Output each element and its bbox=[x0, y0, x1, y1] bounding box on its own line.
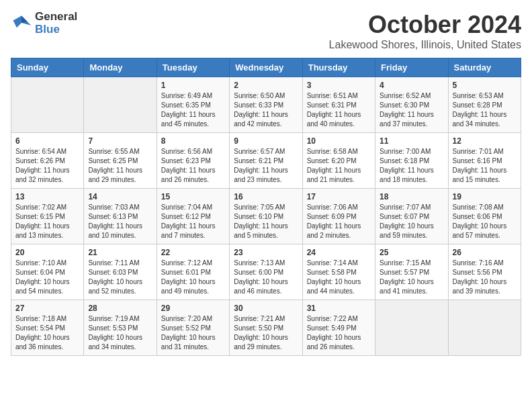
calendar-cell: 28Sunrise: 7:19 AMSunset: 5:53 PMDayligh… bbox=[84, 300, 157, 356]
day-info: Sunrise: 6:49 AMSunset: 6:35 PMDaylight:… bbox=[161, 91, 225, 129]
day-info: Sunrise: 7:12 AMSunset: 6:01 PMDaylight:… bbox=[161, 259, 225, 296]
day-info: Sunrise: 7:00 AMSunset: 6:18 PMDaylight:… bbox=[380, 147, 443, 185]
day-number: 22 bbox=[161, 248, 225, 257]
day-info: Sunrise: 7:13 AMSunset: 6:00 PMDaylight:… bbox=[234, 259, 298, 296]
day-info: Sunrise: 7:07 AMSunset: 6:07 PMDaylight:… bbox=[380, 203, 443, 240]
calendar-cell: 24Sunrise: 7:14 AMSunset: 5:58 PMDayligh… bbox=[302, 244, 375, 300]
header-thursday: Thursday bbox=[302, 58, 375, 77]
day-number: 18 bbox=[380, 192, 443, 201]
day-number: 11 bbox=[380, 136, 443, 146]
header-sunday: Sunday bbox=[11, 58, 84, 77]
header-friday: Friday bbox=[375, 58, 448, 77]
day-info: Sunrise: 7:21 AMSunset: 5:50 PMDaylight:… bbox=[234, 314, 298, 352]
day-number: 21 bbox=[88, 248, 152, 257]
header-monday: Monday bbox=[84, 58, 157, 77]
calendar-cell: 26Sunrise: 7:16 AMSunset: 5:56 PMDayligh… bbox=[448, 244, 521, 300]
day-info: Sunrise: 7:06 AMSunset: 6:09 PMDaylight:… bbox=[307, 203, 371, 240]
day-number: 15 bbox=[161, 192, 225, 201]
day-info: Sunrise: 6:52 AMSunset: 6:30 PMDaylight:… bbox=[380, 91, 443, 129]
day-number: 7 bbox=[88, 136, 152, 146]
day-number: 30 bbox=[234, 304, 298, 313]
calendar-cell: 19Sunrise: 7:08 AMSunset: 6:06 PMDayligh… bbox=[448, 189, 521, 244]
day-info: Sunrise: 7:18 AMSunset: 5:54 PMDaylight:… bbox=[15, 314, 79, 352]
day-info: Sunrise: 6:50 AMSunset: 6:33 PMDaylight:… bbox=[234, 91, 298, 129]
title-block: October 2024 Lakewood Shores, Illinois, … bbox=[329, 11, 521, 51]
calendar-cell: 8Sunrise: 6:56 AMSunset: 6:23 PMDaylight… bbox=[157, 133, 229, 189]
calendar-cell: 7Sunrise: 6:55 AMSunset: 6:25 PMDaylight… bbox=[84, 133, 157, 189]
day-number: 8 bbox=[161, 136, 225, 146]
day-number: 25 bbox=[380, 248, 443, 257]
day-info: Sunrise: 7:22 AMSunset: 5:49 PMDaylight:… bbox=[307, 314, 371, 352]
calendar-cell: 13Sunrise: 7:02 AMSunset: 6:15 PMDayligh… bbox=[11, 189, 84, 244]
day-info: Sunrise: 6:58 AMSunset: 6:20 PMDaylight:… bbox=[307, 147, 371, 185]
day-number: 3 bbox=[307, 81, 371, 90]
day-info: Sunrise: 7:15 AMSunset: 5:57 PMDaylight:… bbox=[380, 259, 443, 296]
day-number: 12 bbox=[453, 136, 517, 146]
month-title: October 2024 bbox=[329, 11, 521, 39]
page-header: General Blue October 2024 Lakewood Shore… bbox=[11, 11, 521, 51]
calendar-cell: 25Sunrise: 7:15 AMSunset: 5:57 PMDayligh… bbox=[375, 244, 448, 300]
day-number: 6 bbox=[15, 136, 79, 146]
day-info: Sunrise: 6:51 AMSunset: 6:31 PMDaylight:… bbox=[307, 91, 371, 129]
calendar-cell: 14Sunrise: 7:03 AMSunset: 6:13 PMDayligh… bbox=[84, 189, 157, 244]
calendar-cell: 15Sunrise: 7:04 AMSunset: 6:12 PMDayligh… bbox=[157, 189, 229, 244]
calendar-cell: 2Sunrise: 6:50 AMSunset: 6:33 PMDaylight… bbox=[230, 77, 302, 133]
day-number: 5 bbox=[453, 81, 517, 90]
calendar-cell: 12Sunrise: 7:01 AMSunset: 6:16 PMDayligh… bbox=[448, 133, 521, 189]
day-number: 10 bbox=[307, 136, 371, 146]
day-info: Sunrise: 7:14 AMSunset: 5:58 PMDaylight:… bbox=[307, 259, 371, 296]
day-info: Sunrise: 7:11 AMSunset: 6:03 PMDaylight:… bbox=[88, 259, 152, 296]
calendar-header: SundayMondayTuesdayWednesdayThursdayFrid… bbox=[11, 58, 521, 77]
day-number: 4 bbox=[380, 81, 443, 90]
day-info: Sunrise: 6:56 AMSunset: 6:23 PMDaylight:… bbox=[161, 147, 225, 185]
day-number: 14 bbox=[88, 192, 152, 201]
calendar-cell bbox=[448, 300, 521, 356]
calendar-cell: 18Sunrise: 7:07 AMSunset: 6:07 PMDayligh… bbox=[375, 189, 448, 244]
calendar-cell: 30Sunrise: 7:21 AMSunset: 5:50 PMDayligh… bbox=[230, 300, 302, 356]
day-info: Sunrise: 7:04 AMSunset: 6:12 PMDaylight:… bbox=[161, 203, 225, 240]
day-number: 20 bbox=[15, 248, 79, 257]
logo-icon bbox=[11, 14, 32, 33]
calendar-cell: 9Sunrise: 6:57 AMSunset: 6:21 PMDaylight… bbox=[230, 133, 302, 189]
calendar-cell bbox=[11, 77, 84, 133]
calendar-cell: 3Sunrise: 6:51 AMSunset: 6:31 PMDaylight… bbox=[302, 77, 375, 133]
logo-line2: Blue bbox=[35, 24, 77, 36]
calendar-cell: 21Sunrise: 7:11 AMSunset: 6:03 PMDayligh… bbox=[84, 244, 157, 300]
day-number: 24 bbox=[307, 248, 371, 257]
day-number: 17 bbox=[307, 192, 371, 201]
header-tuesday: Tuesday bbox=[157, 58, 229, 77]
day-info: Sunrise: 7:02 AMSunset: 6:15 PMDaylight:… bbox=[15, 203, 79, 240]
header-saturday: Saturday bbox=[448, 58, 521, 77]
calendar-cell bbox=[375, 300, 448, 356]
calendar-cell: 11Sunrise: 7:00 AMSunset: 6:18 PMDayligh… bbox=[375, 133, 448, 189]
calendar-cell bbox=[84, 77, 157, 133]
calendar-cell: 27Sunrise: 7:18 AMSunset: 5:54 PMDayligh… bbox=[11, 300, 84, 356]
logo: General Blue bbox=[11, 11, 77, 36]
location-title: Lakewood Shores, Illinois, United States bbox=[329, 39, 521, 51]
day-info: Sunrise: 7:05 AMSunset: 6:10 PMDaylight:… bbox=[234, 203, 298, 240]
day-info: Sunrise: 6:54 AMSunset: 6:26 PMDaylight:… bbox=[15, 147, 79, 185]
day-number: 9 bbox=[234, 136, 298, 146]
day-info: Sunrise: 6:55 AMSunset: 6:25 PMDaylight:… bbox=[88, 147, 152, 185]
day-info: Sunrise: 6:57 AMSunset: 6:21 PMDaylight:… bbox=[234, 147, 298, 185]
logo-line1: General bbox=[35, 11, 77, 24]
day-info: Sunrise: 7:01 AMSunset: 6:16 PMDaylight:… bbox=[453, 147, 517, 185]
day-number: 23 bbox=[234, 248, 298, 257]
header-wednesday: Wednesday bbox=[230, 58, 302, 77]
day-number: 1 bbox=[161, 81, 225, 90]
calendar-cell: 31Sunrise: 7:22 AMSunset: 5:49 PMDayligh… bbox=[302, 300, 375, 356]
day-info: Sunrise: 7:16 AMSunset: 5:56 PMDaylight:… bbox=[453, 259, 517, 296]
calendar-cell: 1Sunrise: 6:49 AMSunset: 6:35 PMDaylight… bbox=[157, 77, 229, 133]
day-number: 19 bbox=[453, 192, 517, 201]
calendar-cell: 20Sunrise: 7:10 AMSunset: 6:04 PMDayligh… bbox=[11, 244, 84, 300]
day-number: 29 bbox=[161, 304, 225, 313]
calendar-cell: 4Sunrise: 6:52 AMSunset: 6:30 PMDaylight… bbox=[375, 77, 448, 133]
calendar-cell: 23Sunrise: 7:13 AMSunset: 6:00 PMDayligh… bbox=[230, 244, 302, 300]
svg-marker-1 bbox=[21, 15, 28, 23]
day-number: 2 bbox=[234, 81, 298, 90]
day-info: Sunrise: 7:19 AMSunset: 5:53 PMDaylight:… bbox=[88, 314, 152, 352]
calendar-cell: 10Sunrise: 6:58 AMSunset: 6:20 PMDayligh… bbox=[302, 133, 375, 189]
calendar-cell: 22Sunrise: 7:12 AMSunset: 6:01 PMDayligh… bbox=[157, 244, 229, 300]
calendar-cell: 6Sunrise: 6:54 AMSunset: 6:26 PMDaylight… bbox=[11, 133, 84, 189]
day-info: Sunrise: 7:08 AMSunset: 6:06 PMDaylight:… bbox=[453, 203, 517, 240]
